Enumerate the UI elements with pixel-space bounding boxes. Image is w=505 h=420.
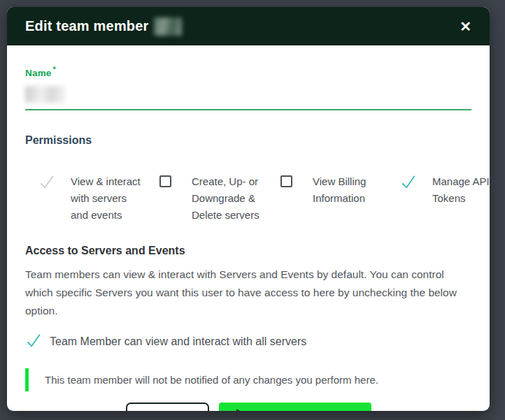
cancel-button[interactable]: CANCEL bbox=[126, 403, 209, 411]
modal-header: Edit team member ✕ bbox=[7, 7, 490, 45]
permission-checkbox-item[interactable]: View Billing Information bbox=[279, 173, 384, 224]
close-icon[interactable]: ✕ bbox=[457, 17, 474, 36]
page-background: { "modal": { "header": { "title": "Edit … bbox=[0, 0, 505, 420]
update-member-button[interactable]: UPDATE MEMBER bbox=[219, 403, 371, 411]
notification-note: This team member will not be notified of… bbox=[25, 368, 471, 391]
permission-label: View Billing Information bbox=[313, 173, 384, 207]
name-field-label: Name bbox=[25, 68, 52, 78]
access-section-heading: Access to Servers and Events bbox=[25, 245, 471, 257]
permission-label: View & interact with servers and events bbox=[71, 173, 142, 224]
permission-label: Create, Up- or Downgrade & Delete server… bbox=[192, 173, 263, 224]
send-icon bbox=[234, 407, 247, 411]
modal-title: Edit team member bbox=[25, 18, 149, 34]
name-field-group: Name* bbox=[25, 65, 471, 110]
buttons-row: CANCEL UPDATE MEMBER bbox=[25, 403, 471, 411]
required-marker: * bbox=[53, 65, 56, 73]
permission-label: Manage API Tokens bbox=[432, 173, 490, 207]
checkbox-unchecked-icon[interactable] bbox=[280, 175, 292, 187]
modal-body: Name* Permissions View & interact with s… bbox=[7, 45, 490, 411]
permission-checkbox-item[interactable]: Manage API Tokens bbox=[400, 173, 490, 224]
name-input[interactable] bbox=[25, 86, 66, 103]
permission-checkbox-item[interactable]: View & interact with servers and events bbox=[38, 173, 142, 224]
checkbox-checked-icon[interactable] bbox=[400, 173, 417, 190]
permissions-heading: Permissions bbox=[25, 134, 471, 147]
permission-checkbox-item[interactable]: Create, Up- or Downgrade & Delete server… bbox=[158, 173, 263, 224]
redacted-member-name bbox=[154, 17, 182, 36]
all-servers-label: Team Member can view and interact with a… bbox=[50, 332, 306, 350]
checkbox-checked-icon[interactable] bbox=[25, 332, 42, 349]
all-servers-checkbox-item[interactable]: Team Member can view and interact with a… bbox=[25, 332, 471, 350]
update-member-label: UPDATE MEMBER bbox=[256, 408, 356, 411]
checkbox-unchecked-icon[interactable] bbox=[159, 175, 171, 187]
access-section-description: Team members can view & interact with Se… bbox=[25, 266, 471, 320]
edit-team-member-modal: Edit team member ✕ Name* Permissions Vie… bbox=[7, 7, 490, 411]
checkbox-checked-icon[interactable] bbox=[38, 173, 55, 190]
permissions-row: View & interact with servers and events … bbox=[38, 173, 471, 224]
name-input-underline bbox=[25, 109, 471, 110]
